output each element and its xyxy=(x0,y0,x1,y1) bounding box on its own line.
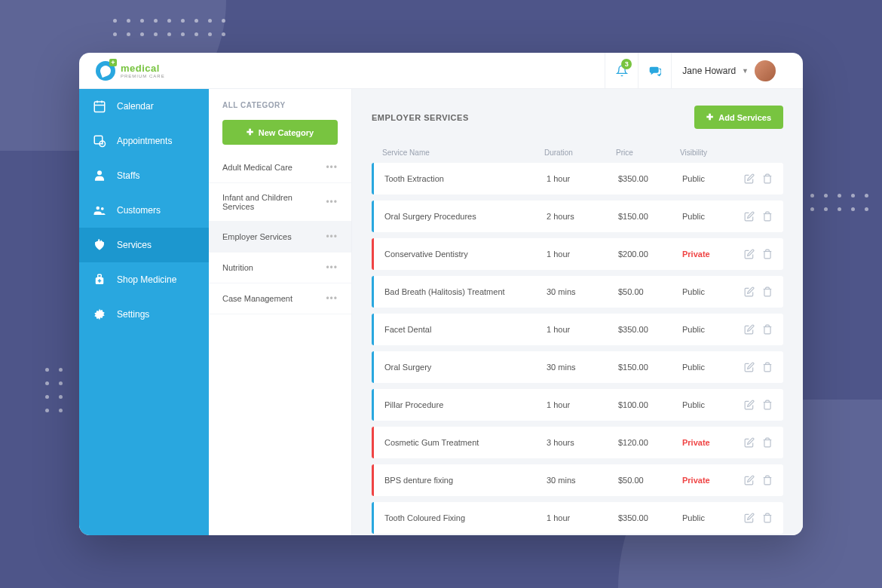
more-icon[interactable]: ••• xyxy=(326,162,338,173)
sidebar-item-label: Shop Medicine xyxy=(117,274,176,285)
table-row[interactable]: Conservative Dentistry1 hour$200.00Priva… xyxy=(372,238,783,270)
plus-icon: ✚ xyxy=(247,127,253,137)
table-row[interactable]: Pillar Procedure1 hour$100.00Public xyxy=(372,389,783,421)
edit-icon[interactable] xyxy=(744,286,755,297)
table-row[interactable]: BPS denture fixing30 mins$50.00Private xyxy=(372,464,783,496)
table-row[interactable]: Oral Surgery30 mins$150.00Public xyxy=(372,351,783,383)
category-item[interactable]: Nutrition••• xyxy=(209,253,351,283)
delete-icon[interactable] xyxy=(762,475,773,485)
service-price: $350.00 xyxy=(618,513,682,522)
category-item[interactable]: Employer Services••• xyxy=(209,222,351,253)
service-duration: 1 hour xyxy=(547,174,618,183)
service-name: Oral Surgery xyxy=(384,363,547,372)
edit-icon[interactable] xyxy=(744,400,755,410)
col-duration: Duration xyxy=(544,149,616,157)
notification-badge: 3 xyxy=(621,59,632,69)
service-visibility: Private xyxy=(682,438,735,447)
sidebar-item-shop-medicine[interactable]: Shop Medicine xyxy=(79,262,209,297)
delete-icon[interactable] xyxy=(762,513,773,523)
add-services-button[interactable]: ✚ Add Services xyxy=(694,106,783,129)
sidebar-item-settings[interactable]: Settings xyxy=(79,297,209,332)
edit-icon[interactable] xyxy=(744,513,755,523)
table-row[interactable]: Bad Breath (Halitosis) Treatment30 mins$… xyxy=(372,276,783,308)
service-duration: 1 hour xyxy=(547,513,618,522)
table-row[interactable]: Oral Surgery Procedures2 hours$150.00Pub… xyxy=(372,201,783,232)
table-row[interactable]: Facet Dental1 hour$350.00Public xyxy=(372,314,783,345)
service-price: $350.00 xyxy=(618,325,682,334)
service-visibility: Private xyxy=(682,250,735,259)
app-window: medical PREMIUM CARE 3 Jane Howard ▼ Cal… xyxy=(79,53,803,535)
category-label: Adult Medical Care xyxy=(222,163,292,172)
delete-icon[interactable] xyxy=(762,249,773,259)
edit-icon[interactable] xyxy=(744,362,755,372)
sidebar-item-services[interactable]: Services xyxy=(79,228,209,262)
service-name: Pillar Procedure xyxy=(384,400,547,409)
edit-icon[interactable] xyxy=(744,173,755,184)
service-visibility: Public xyxy=(682,212,735,221)
sidebar-item-customers[interactable]: Customers xyxy=(79,193,209,228)
service-duration: 1 hour xyxy=(547,400,618,409)
service-price: $150.00 xyxy=(618,212,682,221)
more-icon[interactable]: ••• xyxy=(326,262,338,273)
add-services-label: Add Services xyxy=(718,113,771,122)
user-menu[interactable]: Jane Howard ▼ xyxy=(671,53,786,89)
col-price: Price xyxy=(616,149,680,157)
row-actions xyxy=(735,286,773,297)
more-icon[interactable]: ••• xyxy=(326,197,338,207)
category-item[interactable]: Case Management••• xyxy=(209,283,351,314)
new-category-button[interactable]: ✚ New Category xyxy=(222,120,338,145)
user-name: Jane Howard xyxy=(682,66,736,76)
sidebar-item-staffs[interactable]: Staffs xyxy=(79,158,209,193)
edit-icon[interactable] xyxy=(744,249,755,259)
sidebar-item-label: Calendar xyxy=(117,101,154,112)
chat-button[interactable] xyxy=(638,53,671,89)
row-actions xyxy=(735,211,773,222)
sidebar-item-calendar[interactable]: Calendar xyxy=(79,89,209,124)
edit-icon[interactable] xyxy=(744,475,755,485)
table-row[interactable]: Tooth Coloured Fixing1 hour$350.00Public xyxy=(372,502,783,534)
row-actions xyxy=(735,362,773,372)
edit-icon[interactable] xyxy=(744,211,755,222)
more-icon[interactable]: ••• xyxy=(326,293,338,304)
more-icon[interactable]: ••• xyxy=(326,231,338,242)
category-label: Case Management xyxy=(222,294,292,303)
notifications-button[interactable]: 3 xyxy=(605,53,638,89)
edit-icon[interactable] xyxy=(744,324,755,335)
svg-rect-4 xyxy=(94,136,103,144)
delete-icon[interactable] xyxy=(762,286,773,297)
services-icon xyxy=(93,238,106,252)
row-actions xyxy=(735,400,773,410)
service-duration: 30 mins xyxy=(547,287,618,296)
row-actions xyxy=(735,513,773,523)
sidebar-item-appointments[interactable]: Appointments xyxy=(79,124,209,158)
edit-icon[interactable] xyxy=(744,437,755,448)
medicine-icon xyxy=(93,273,106,286)
brand-tagline: PREMIUM CARE xyxy=(121,74,165,78)
delete-icon[interactable] xyxy=(762,173,773,184)
delete-icon[interactable] xyxy=(762,437,773,448)
service-price: $200.00 xyxy=(618,250,682,259)
delete-icon[interactable] xyxy=(762,324,773,335)
service-visibility: Public xyxy=(682,400,735,409)
plus-icon: ✚ xyxy=(706,112,713,122)
category-item[interactable]: Adult Medical Care••• xyxy=(209,152,351,183)
service-duration: 3 hours xyxy=(547,438,618,447)
delete-icon[interactable] xyxy=(762,362,773,372)
delete-icon[interactable] xyxy=(762,400,773,410)
service-visibility: Public xyxy=(682,174,735,183)
sidebar-item-label: Customers xyxy=(117,205,161,216)
service-visibility: Private xyxy=(682,476,735,485)
category-item[interactable]: Infant and Children Services••• xyxy=(209,183,351,222)
logo[interactable]: medical PREMIUM CARE xyxy=(96,61,165,81)
new-category-label: New Category xyxy=(259,128,314,137)
customers-icon xyxy=(93,204,106,217)
table-row[interactable]: Cosmetic Gum Treatment3 hours$120.00Priv… xyxy=(372,427,783,458)
col-name: Service Name xyxy=(382,149,544,157)
sidebar-item-label: Appointments xyxy=(117,136,172,146)
category-panel: ALL CATEGORY ✚ New Category Adult Medica… xyxy=(209,89,352,535)
table-row[interactable]: Tooth Extraction1 hour$350.00Public xyxy=(372,163,783,194)
category-header: ALL CATEGORY xyxy=(209,89,351,120)
service-visibility: Public xyxy=(682,287,735,296)
delete-icon[interactable] xyxy=(762,211,773,222)
service-name: Tooth Extraction xyxy=(384,174,547,183)
